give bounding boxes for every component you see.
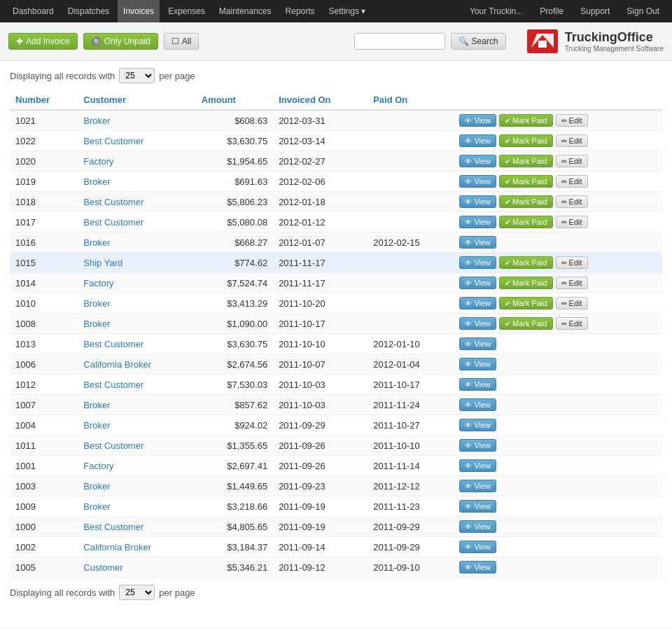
cell-number: 1011	[10, 436, 78, 456]
mark-paid-button[interactable]: ✔ Mark Paid	[499, 155, 553, 167]
all-button[interactable]: ☐ All	[164, 33, 199, 50]
view-button[interactable]: 👁 View	[459, 541, 496, 553]
eye-icon: 👁	[465, 482, 472, 490]
cell-number: 1014	[10, 273, 78, 293]
view-button[interactable]: 👁 View	[459, 398, 496, 411]
view-button[interactable]: 👁 View	[459, 195, 496, 208]
nav-yourtruckin[interactable]: Your Truckin...	[464, 0, 528, 22]
edit-button[interactable]: ✏ Edit	[556, 155, 588, 167]
col-customer[interactable]: Customer	[78, 90, 196, 110]
col-invoiced-on[interactable]: Invoiced On	[273, 90, 368, 110]
view-button[interactable]: 👁 View	[459, 520, 496, 533]
mark-paid-button[interactable]: ✔ Mark Paid	[499, 134, 553, 147]
mark-paid-button[interactable]: ✔ Mark Paid	[499, 317, 553, 330]
mark-paid-button[interactable]: ✔ Mark Paid	[499, 297, 553, 309]
view-button[interactable]: 👁 View	[459, 317, 496, 330]
mark-paid-button[interactable]: ✔ Mark Paid	[499, 175, 553, 188]
table-row: 1008 Broker $1,090.00 2011-10-17 👁 View …	[10, 314, 662, 334]
search-icon: 🔍	[458, 36, 469, 46]
nav-signout[interactable]: Sign Out	[621, 0, 665, 22]
edit-button[interactable]: ✏ Edit	[556, 216, 588, 228]
table-row: 1021 Broker $608.63 2012-03-31 👁 View ✔ …	[10, 110, 662, 131]
view-button[interactable]: 👁 View	[459, 216, 496, 228]
table-row: 1009 Broker $3,218.66 2011-09-19 2011-11…	[10, 496, 662, 517]
col-number[interactable]: Number	[10, 90, 78, 110]
view-button[interactable]: 👁 View	[459, 297, 496, 309]
cell-amount: $5,346.21	[196, 557, 273, 578]
only-unpaid-button[interactable]: 🔘 Only Unpaid	[83, 33, 158, 50]
cell-customer: Broker	[78, 395, 196, 415]
cell-invoiced-on: 2011-09-26	[273, 436, 368, 456]
add-invoice-button[interactable]: ✚ Add Invoice	[8, 33, 78, 50]
nav-maintenances[interactable]: Maintenances	[214, 0, 277, 22]
edit-button[interactable]: ✏ Edit	[556, 256, 588, 269]
edit-button[interactable]: ✏ Edit	[556, 175, 588, 188]
nav-dashboard[interactable]: Dashboard	[7, 0, 59, 22]
add-invoice-label: Add Invoice	[26, 36, 70, 46]
cell-amount: $1,090.00	[196, 314, 273, 334]
view-button[interactable]: 👁 View	[459, 175, 496, 188]
cell-amount: $7,524.74	[196, 273, 273, 293]
nav-expenses[interactable]: Expenses	[162, 0, 211, 22]
nav-right: Your Truckin... Profile Support Sign Out	[464, 0, 665, 22]
cell-invoiced-on: 2011-10-03	[273, 375, 368, 395]
view-button[interactable]: 👁 View	[459, 114, 496, 127]
view-button[interactable]: 👁 View	[459, 358, 496, 370]
view-button[interactable]: 👁 View	[459, 236, 496, 249]
table-row: 1018 Best Customer $5,806.23 2012-01-18 …	[10, 192, 662, 212]
nav-support[interactable]: Support	[575, 0, 615, 22]
view-button[interactable]: 👁 View	[459, 155, 496, 167]
view-button[interactable]: 👁 View	[459, 480, 496, 492]
per-page-select[interactable]: 10 25 50 100	[119, 68, 155, 83]
nav-dispatches[interactable]: Dispatches	[62, 0, 115, 22]
view-button[interactable]: 👁 View	[459, 439, 496, 452]
nav-profile[interactable]: Profile	[534, 0, 569, 22]
nav-settings[interactable]: Settings ▾	[323, 0, 372, 22]
view-button[interactable]: 👁 View	[459, 561, 496, 573]
edit-button[interactable]: ✏ Edit	[556, 134, 588, 147]
checkmark-icon: ✔	[505, 300, 510, 307]
top-nav: Dashboard Dispatches Invoices Expenses M…	[0, 0, 672, 22]
plus-icon: ✚	[16, 36, 23, 46]
mark-paid-button[interactable]: ✔ Mark Paid	[499, 216, 553, 228]
view-button[interactable]: 👁 View	[459, 459, 496, 472]
table-row: 1004 Broker $924.02 2011-09-29 2011-10-2…	[10, 415, 662, 436]
view-button[interactable]: 👁 View	[459, 338, 496, 350]
eye-icon: 👁	[465, 543, 472, 551]
edit-button[interactable]: ✏ Edit	[556, 297, 588, 309]
edit-button[interactable]: ✏ Edit	[556, 317, 588, 330]
mark-paid-button[interactable]: ✔ Mark Paid	[499, 114, 553, 127]
view-button[interactable]: 👁 View	[459, 277, 496, 289]
edit-button[interactable]: ✏ Edit	[556, 114, 588, 127]
view-button[interactable]: 👁 View	[459, 419, 496, 431]
cell-customer: Broker	[78, 476, 196, 496]
checkmark-icon: ✔	[505, 320, 510, 328]
nav-reports[interactable]: Reports	[280, 0, 321, 22]
view-button[interactable]: 👁 View	[459, 256, 496, 269]
col-paid-on[interactable]: Paid On	[368, 90, 454, 110]
mark-paid-button[interactable]: ✔ Mark Paid	[499, 277, 553, 289]
search-button[interactable]: 🔍 Search	[451, 33, 506, 50]
mark-paid-button[interactable]: ✔ Mark Paid	[499, 256, 553, 269]
cell-invoiced-on: 2011-09-23	[273, 476, 368, 496]
eye-icon: 👁	[465, 117, 472, 125]
view-button[interactable]: 👁 View	[459, 134, 496, 147]
eye-icon: 👁	[465, 442, 472, 450]
table-row: 1013 Best Customer $3,630.75 2011-10-10 …	[10, 334, 662, 354]
view-button[interactable]: 👁 View	[459, 378, 496, 391]
search-input[interactable]	[354, 33, 445, 50]
mark-paid-button[interactable]: ✔ Mark Paid	[499, 195, 553, 208]
cell-actions: 👁 View	[454, 395, 662, 415]
edit-button[interactable]: ✏ Edit	[556, 277, 588, 289]
cell-number: 1002	[10, 537, 78, 557]
cell-paid-on: 2011-11-14	[368, 456, 454, 476]
cell-actions: 👁 View	[454, 456, 662, 476]
cell-invoiced-on: 2012-02-27	[273, 151, 368, 172]
nav-invoices[interactable]: Invoices	[118, 0, 160, 22]
view-button[interactable]: 👁 View	[459, 500, 496, 513]
edit-button[interactable]: ✏ Edit	[556, 195, 588, 208]
col-amount[interactable]: Amount	[196, 90, 273, 110]
cell-actions: 👁 View ✔ Mark Paid ✏ Edit	[454, 172, 662, 192]
per-page-select-bottom[interactable]: 10 25 50 100	[119, 585, 155, 600]
eye-icon: 👁	[465, 340, 472, 348]
